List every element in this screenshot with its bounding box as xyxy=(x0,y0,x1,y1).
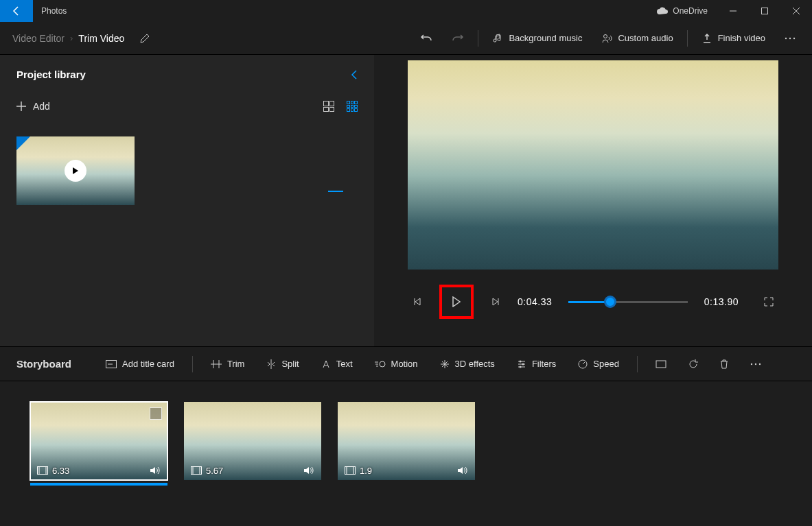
maximize-button[interactable] xyxy=(749,0,780,22)
motion-button[interactable]: Motion xyxy=(367,347,426,381)
storyboard-toolbar: Storyboard Add title card Trim Split Tex… xyxy=(0,347,812,381)
app-title: Photos xyxy=(33,6,75,16)
storyboard-clip[interactable]: 6.33 xyxy=(30,402,167,480)
person-audio-icon xyxy=(601,33,612,44)
breadcrumb-current: Trim Video xyxy=(73,33,130,44)
svg-line-19 xyxy=(268,364,270,366)
video-preview[interactable] xyxy=(408,60,778,270)
close-button[interactable] xyxy=(780,0,812,22)
svg-point-22 xyxy=(380,361,385,367)
background-music-button[interactable]: Background music xyxy=(483,22,592,55)
rotate-button[interactable] xyxy=(680,347,706,381)
preview-panel: 0:04.33 0:13.90 xyxy=(374,55,812,346)
svg-point-29 xyxy=(519,360,521,362)
minimize-button[interactable] xyxy=(717,0,749,22)
play-icon xyxy=(452,296,461,307)
text-button[interactable]: Text xyxy=(313,347,361,381)
library-clip-thumbnail[interactable] xyxy=(16,136,135,205)
svg-point-35 xyxy=(751,363,752,364)
svg-point-31 xyxy=(519,366,521,368)
step-forward-icon xyxy=(491,297,500,307)
svg-point-6 xyxy=(789,37,791,38)
svg-line-20 xyxy=(272,362,275,364)
volume-icon[interactable] xyxy=(150,466,161,475)
rename-button[interactable] xyxy=(139,33,150,44)
music-icon xyxy=(492,33,503,44)
back-button[interactable] xyxy=(0,0,33,22)
frame-back-button[interactable] xyxy=(408,292,427,311)
undo-button[interactable] xyxy=(410,22,442,55)
svg-point-7 xyxy=(793,37,795,38)
rotate-icon xyxy=(688,359,698,369)
more-button[interactable] xyxy=(775,22,805,55)
split-button[interactable]: Split xyxy=(258,347,307,381)
text-icon xyxy=(321,359,331,369)
resize-button[interactable] xyxy=(647,347,675,381)
trash-icon xyxy=(720,359,728,369)
title-card-icon xyxy=(106,360,117,368)
maximize-icon xyxy=(761,8,768,14)
storyboard-more-button[interactable] xyxy=(742,347,769,381)
library-title: Project library xyxy=(16,69,86,80)
play-button[interactable] xyxy=(439,285,474,319)
svg-line-21 xyxy=(272,364,275,366)
seek-slider[interactable] xyxy=(568,301,688,303)
custom-audio-button[interactable]: Custom audio xyxy=(592,22,682,55)
svg-point-4 xyxy=(604,34,607,38)
svg-rect-34 xyxy=(656,361,666,368)
fullscreen-button[interactable] xyxy=(759,292,778,311)
trim-icon xyxy=(211,359,222,369)
storyboard-clip[interactable]: 5.67 xyxy=(184,402,321,480)
close-icon xyxy=(793,8,800,14)
redo-button[interactable] xyxy=(442,22,474,55)
used-marker-icon xyxy=(16,136,30,150)
speed-icon xyxy=(578,359,588,369)
clip-duration: 1.9 xyxy=(360,466,372,476)
active-view-indicator xyxy=(328,191,343,192)
volume-icon[interactable] xyxy=(303,466,314,475)
storyboard-panel: Storyboard Add title card Trim Split Tex… xyxy=(0,346,812,526)
breadcrumb-root[interactable]: Video Editor xyxy=(7,33,70,44)
plus-icon xyxy=(16,101,26,111)
seek-knob[interactable] xyxy=(604,296,616,308)
svg-point-37 xyxy=(759,363,761,364)
onedrive-indicator[interactable]: OneDrive xyxy=(647,6,717,16)
film-icon xyxy=(345,466,356,475)
redo-icon xyxy=(452,32,464,45)
pencil-icon xyxy=(139,33,150,44)
ellipsis-icon xyxy=(785,37,796,40)
ellipsis-icon xyxy=(750,363,761,366)
collapse-library-button[interactable] xyxy=(351,69,358,80)
delete-button[interactable] xyxy=(712,347,736,381)
svg-rect-1 xyxy=(762,8,768,14)
add-title-card-button[interactable]: Add title card xyxy=(97,347,183,381)
view-large-grid-button[interactable] xyxy=(323,101,334,112)
chevron-left-icon xyxy=(351,69,358,80)
cloud-icon xyxy=(656,7,669,15)
volume-icon[interactable] xyxy=(457,466,468,475)
storyboard-clip[interactable]: 1.9 xyxy=(338,402,475,480)
window-controls xyxy=(717,0,812,22)
clip-checkbox[interactable] xyxy=(150,407,162,420)
split-icon xyxy=(266,359,276,369)
speed-button[interactable]: Speed xyxy=(570,347,627,381)
clip-duration: 5.67 xyxy=(206,466,223,476)
trim-button[interactable]: Trim xyxy=(202,347,253,381)
arrow-left-icon xyxy=(11,5,22,16)
view-small-grid-button[interactable] xyxy=(347,101,358,112)
play-overlay-icon xyxy=(65,160,86,182)
titlebar: Photos OneDrive xyxy=(0,0,812,22)
step-back-icon xyxy=(413,297,422,307)
player-controls: 0:04.33 0:13.90 xyxy=(408,285,778,319)
3d-effects-button[interactable]: 3D effects xyxy=(432,347,503,381)
finish-video-button[interactable]: Finish video xyxy=(692,22,775,55)
top-toolbar: Video Editor › Trim Video Background mus… xyxy=(0,22,812,55)
add-media-button[interactable]: Add xyxy=(16,101,50,112)
storyboard-title: Storyboard xyxy=(16,358,71,370)
film-icon xyxy=(191,466,202,475)
frame-forward-button[interactable] xyxy=(486,292,505,311)
svg-line-18 xyxy=(268,362,270,364)
filters-button[interactable]: Filters xyxy=(509,347,564,381)
total-time: 0:13.90 xyxy=(704,296,739,307)
svg-point-5 xyxy=(785,37,787,38)
